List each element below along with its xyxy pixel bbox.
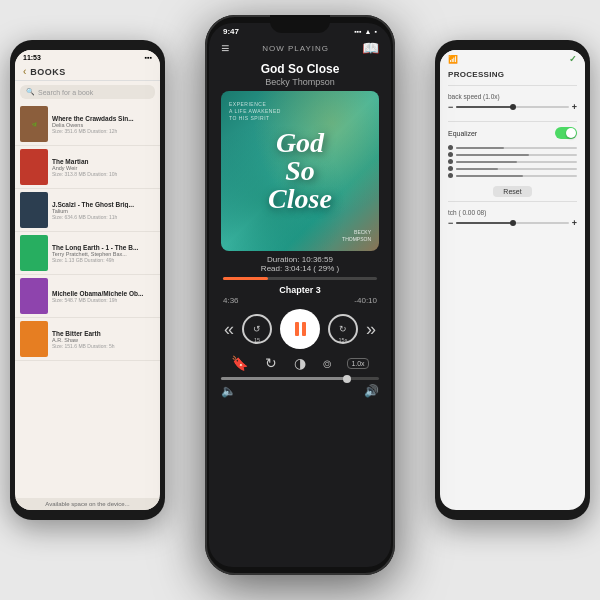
right-section-title: PROCESSING [440,68,585,81]
pitch-slider[interactable] [456,222,568,224]
album-text: GodSoClose [268,129,332,213]
pitch-label: tch ( 0.00 08) [448,209,577,216]
skip-back-label: 15 [254,337,260,343]
equalizer-sliders [440,141,585,182]
minus-icon[interactable]: − [448,218,453,228]
eq-fill [456,147,504,149]
reset-button[interactable]: Reset [493,186,531,197]
center-time: 9:47 [223,27,239,36]
pause-button[interactable] [280,309,320,349]
book-cover [20,192,48,228]
search-input[interactable]: Search for a book [38,89,93,96]
back-icon[interactable]: ‹ [23,66,26,77]
right-phone: 📶 ✓ PROCESSING back speed (1.0x) − + Equ… [435,40,590,520]
center-header: ≡ NOW PLAYING 📖 [209,36,391,60]
book-info: J.Scalzi - The Ghost Brig... Talium Size… [52,201,155,220]
equalizer-label: Equalizer [448,130,477,137]
pitch-section: tch ( 0.00 08) − + [440,206,585,233]
status-icons: ▪▪▪ ▲ ▪ [354,28,377,35]
left-search-bar[interactable]: 🔍 Search for a book [20,85,155,99]
book-meta: Size: 151.6 MB Duration: 5h [52,343,155,349]
hamburger-icon[interactable]: ≡ [221,40,229,56]
list-item[interactable]: J.Scalzi - The Ghost Brig... Talium Size… [15,189,160,232]
left-footer: Available space on the device... [15,498,160,510]
bookmark-button[interactable]: 🔖 [231,355,248,371]
eq-fill [456,161,517,163]
airplay-button[interactable]: ⌾ [323,355,331,371]
list-item[interactable]: Michelle Obama/Michele Ob... Size: 548.7… [15,275,160,318]
duration-info: Duration: 10:36:59 Read: 3:04:14 ( 29% ) [209,251,391,274]
plus-icon[interactable]: + [572,102,577,112]
album-author-badge: BECKYTHOMPSON [342,229,371,243]
track-title: God So Close [209,60,391,77]
speed-section: back speed (1.0x) − + [440,90,585,117]
progress-bar-container[interactable] [209,274,391,283]
book-info: Michelle Obama/Michele Ob... Size: 548.7… [52,290,155,303]
progress-track[interactable] [223,277,377,280]
now-playing-label: NOW PLAYING [262,44,329,53]
book-title: J.Scalzi - The Ghost Brig... [52,201,155,208]
book-cover [20,278,48,314]
refresh-button[interactable]: ↻ [265,355,277,371]
book-cover: 🌿 [20,106,48,142]
eq-dot [448,173,453,178]
plus-icon[interactable]: + [572,218,577,228]
eq-band-3 [448,159,577,164]
volume-fill [221,377,347,380]
album-subtitle: EXPERIENCEA LIFE AWAKENEDTO HIS SPIRIT [229,101,281,122]
volume-track[interactable] [221,377,379,380]
book-title: The Long Earth - 1 - The B... [52,244,155,251]
list-item[interactable]: 🌿 Where the Crawdads Sin... Delia Owens … [15,103,160,146]
duration-label: Duration: 10:36:59 [219,255,381,264]
list-item[interactable]: The Bitter Earth A.R. Shaw Size: 151.6 M… [15,318,160,361]
eq-track[interactable] [456,147,577,149]
album-art: EXPERIENCEA LIFE AWAKENEDTO HIS SPIRIT G… [221,91,379,251]
secondary-controls: 🔖 ↻ ◑ ⌾ 1.0x [209,353,391,375]
book-meta: Size: 1.13 GB Duration: 49h [52,257,155,263]
speed-button[interactable]: 1.0x [347,358,368,369]
book-meta: Size: 634.6 MB Duration: 11h [52,214,155,220]
eq-track[interactable] [456,175,577,177]
speed-slider[interactable] [456,106,568,108]
eq-track[interactable] [456,168,577,170]
eq-fill [456,175,523,177]
right-screen: 📶 ✓ PROCESSING back speed (1.0x) − + Equ… [440,50,585,510]
list-item[interactable]: The Martian Andy Weir Size: 313.8 MB Dur… [15,146,160,189]
speed-label: back speed (1.0x) [448,93,577,100]
chapter-label: Chapter 3 [209,283,391,296]
minus-icon[interactable]: − [448,102,453,112]
book-meta: Size: 313.8 MB Duration: 10h [52,171,155,177]
eq-band-2 [448,152,577,157]
signal-icon: ▪▪▪ [354,28,361,35]
book-info: The Martian Andy Weir Size: 313.8 MB Dur… [52,158,155,177]
notch [270,15,330,33]
book-cover [20,235,48,271]
book-meta: Size: 351.6 MB Duration: 12h [52,128,155,134]
next-track-button[interactable]: » [366,319,376,340]
slider-fill [456,222,512,224]
brightness-button[interactable]: ◑ [294,355,306,371]
equalizer-toggle-row: Equalizer [440,125,585,141]
book-info: The Bitter Earth A.R. Shaw Size: 151.6 M… [52,330,155,349]
right-status-bar: 📶 ✓ [440,50,585,68]
left-phone: 11:53 ▪▪▪ ‹ BOOKS 🔍 Search for a book 🌿 … [10,40,165,520]
skip-forward-button[interactable]: ↻ 15s [328,314,358,344]
books-title: BOOKS [30,67,66,77]
main-controls: « ↺ 15 ↻ 15s » [209,305,391,353]
prev-track-button[interactable]: « [224,319,234,340]
list-item[interactable]: The Long Earth - 1 - The B... Terry Prat… [15,232,160,275]
eq-track[interactable] [456,161,577,163]
eq-track[interactable] [456,154,577,156]
book-list: 🌿 Where the Crawdads Sin... Delia Owens … [15,103,160,361]
volume-high-icon: 🔊 [364,384,379,398]
equalizer-toggle[interactable] [555,127,577,139]
wifi-icon: ▲ [365,28,372,35]
book-icon[interactable]: 📖 [362,40,379,56]
center-phone: 9:47 ▪▪▪ ▲ ▪ ≡ NOW PLAYING 📖 God So Clos… [205,15,395,575]
eq-dot [448,152,453,157]
pause-bar-left [295,322,299,336]
left-status-bar: 11:53 ▪▪▪ [15,50,160,63]
bottom-icons: 🔈 🔊 [209,384,391,402]
volume-slider-row [209,375,391,384]
skip-back-button[interactable]: ↺ 15 [242,314,272,344]
